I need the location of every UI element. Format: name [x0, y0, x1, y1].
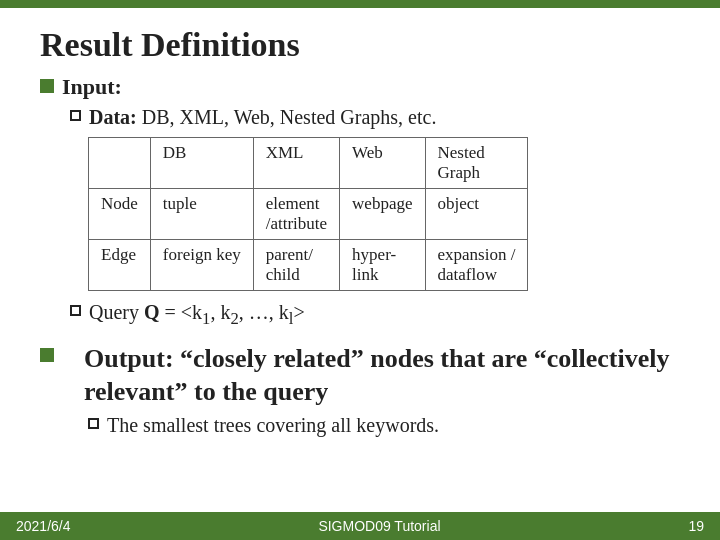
- td-element: element/attribute: [253, 189, 339, 240]
- the-prefix: The: [107, 414, 138, 436]
- output-section: Output: “closely related” nodes that are…: [40, 343, 680, 437]
- main-content: Result Definitions Input: Data: DB, XML,…: [0, 8, 720, 447]
- open-square-data: [70, 110, 81, 121]
- input-label: Input:: [62, 74, 122, 100]
- query-bold-q: Q: [144, 301, 160, 323]
- output-sub: The smallest trees covering all keywords…: [88, 414, 680, 437]
- output-bullet: Output: “closely related” nodes that are…: [40, 343, 680, 408]
- td-edge: Edge: [89, 240, 151, 291]
- footer-bar: 2021/6/4 SIGMOD09 Tutorial 19: [0, 512, 720, 540]
- th-nested-graph: NestedGraph: [425, 138, 528, 189]
- data-text: DB, XML, Web, Nested Graphs, etc.: [137, 106, 437, 128]
- table-row-edge: Edge foreign key parent/child hyper-link…: [89, 240, 528, 291]
- th-web: Web: [340, 138, 425, 189]
- table-header-row: DB XML Web NestedGraph: [89, 138, 528, 189]
- bullet-square-input: [40, 79, 54, 93]
- td-tuple: tuple: [150, 189, 253, 240]
- td-expansion: expansion /dataflow: [425, 240, 528, 291]
- td-parent-child: parent/child: [253, 240, 339, 291]
- td-foreign-key: foreign key: [150, 240, 253, 291]
- input-section: Input:: [40, 74, 680, 100]
- th-db: DB: [150, 138, 253, 189]
- query-subitem: Query Q = <k1, k2, …, kl>: [70, 301, 680, 329]
- th-empty: [89, 138, 151, 189]
- td-hyperlink: hyper-link: [340, 240, 425, 291]
- bullet-square-output: [40, 348, 54, 362]
- page-title: Result Definitions: [40, 26, 680, 64]
- query-text: Query Q = <k1, k2, …, kl>: [89, 301, 305, 329]
- td-node: Node: [89, 189, 151, 240]
- td-webpage: webpage: [340, 189, 425, 240]
- query-equals: = <k1, k2, …, kl>: [160, 301, 305, 323]
- output-sub-text: The smallest trees covering all keywords…: [107, 414, 439, 437]
- data-table: DB XML Web NestedGraph Node tuple elemen…: [88, 137, 528, 291]
- query-prefix: Query: [89, 301, 144, 323]
- the-text: smallest trees covering all keywords.: [138, 414, 439, 436]
- footer-center: SIGMOD09 Tutorial: [318, 518, 440, 534]
- output-label: Output:: [84, 344, 174, 373]
- footer-left: 2021/6/4: [16, 518, 71, 534]
- output-text: Output: “closely related” nodes that are…: [84, 343, 680, 408]
- open-square-the: [88, 418, 99, 429]
- data-prefix: Data:: [89, 106, 137, 128]
- data-subitem-text: Data: DB, XML, Web, Nested Graphs, etc.: [89, 106, 436, 129]
- open-square-query: [70, 305, 81, 316]
- top-bar: [0, 0, 720, 8]
- footer-right: 19: [688, 518, 704, 534]
- td-object: object: [425, 189, 528, 240]
- table-row-node: Node tuple element/attribute webpage obj…: [89, 189, 528, 240]
- th-xml: XML: [253, 138, 339, 189]
- data-subitem: Data: DB, XML, Web, Nested Graphs, etc.: [70, 106, 680, 129]
